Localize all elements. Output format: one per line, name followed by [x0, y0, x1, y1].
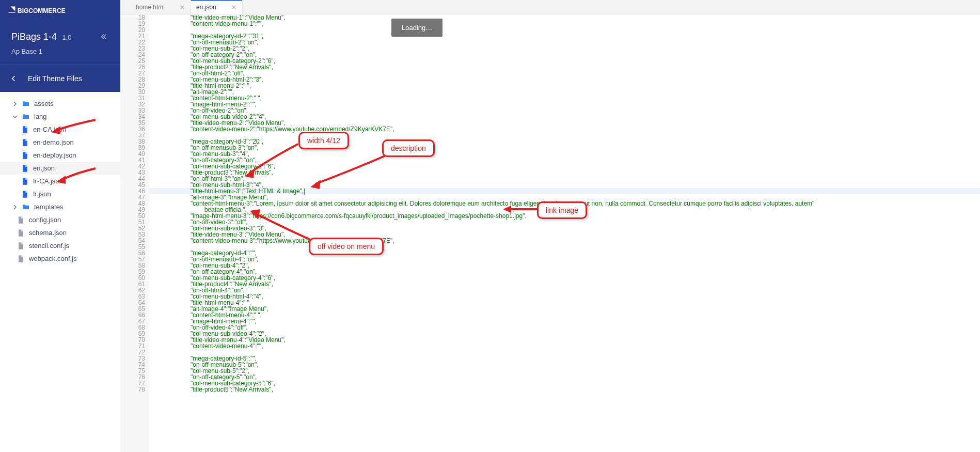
tab-bar: home.htmlen.json: [120, 0, 980, 14]
sidebar-header: BIGCOMMERCE PiBags 1-4 1.0 Ap Base 1 Edi…: [0, 0, 120, 92]
bigcommerce-logo-icon: BIGCOMMERCE: [8, 6, 86, 15]
brand-logo: BIGCOMMERCE: [0, 0, 120, 21]
theme-base: Ap Base 1: [0, 48, 120, 65]
main-panel: home.htmlen.json 18192021222324252627282…: [120, 0, 980, 452]
code-editor[interactable]: 1819202122232425262728293031323334353637…: [120, 14, 980, 452]
folder-templates[interactable]: templates: [0, 200, 120, 213]
chevron-left-icon: [11, 75, 15, 82]
file-fr-CA.json[interactable]: fr-CA.json: [0, 175, 120, 188]
tab-en.json[interactable]: en.json: [191, 0, 243, 14]
line-number-gutter: 1819202122232425262728293031323334353637…: [120, 14, 149, 452]
file-schema.json[interactable]: schema.json: [0, 226, 120, 239]
file-en.json[interactable]: en.json: [0, 162, 120, 175]
theme-version: 1.0: [62, 34, 72, 41]
svg-text:BIGCOMMERCE: BIGCOMMERCE: [18, 7, 66, 14]
code-content[interactable]: "title-video-menu-1":"Video Menu", "cont…: [149, 14, 980, 452]
tab-home.html[interactable]: home.html: [131, 0, 191, 14]
file-fr.json[interactable]: fr.json: [0, 188, 120, 200]
folder-assets[interactable]: assets: [0, 97, 120, 110]
close-tab-icon[interactable]: [231, 4, 237, 10]
sidebar: BIGCOMMERCE PiBags 1-4 1.0 Ap Base 1 Edi…: [0, 0, 120, 452]
close-tab-icon[interactable]: [179, 4, 185, 10]
folder-lang[interactable]: lang: [0, 110, 120, 123]
theme-title-row: PiBags 1-4 1.0: [0, 21, 120, 48]
file-tree: assetslangen-CA.jsonen-demo.jsonen-deplo…: [0, 92, 120, 270]
loading-indicator: Loading…: [391, 19, 442, 37]
file-config.json[interactable]: config.json: [0, 213, 120, 226]
collapse-sidebar-button[interactable]: [98, 31, 109, 42]
chevron-double-left-icon: [100, 33, 107, 40]
file-en-deploy.json[interactable]: en-deploy.json: [0, 149, 120, 162]
nav-title: Edit Theme Files: [28, 74, 82, 83]
file-stencil.conf.js[interactable]: stencil.conf.js: [0, 239, 120, 252]
theme-name: PiBags 1-4: [11, 32, 57, 42]
file-en-demo.json[interactable]: en-demo.json: [0, 136, 120, 149]
breadcrumb-nav[interactable]: Edit Theme Files: [0, 65, 120, 92]
back-button[interactable]: [11, 75, 19, 82]
file-en-CA.json[interactable]: en-CA.json: [0, 123, 120, 136]
file-webpack.conf.js[interactable]: webpack.conf.js: [0, 252, 120, 265]
